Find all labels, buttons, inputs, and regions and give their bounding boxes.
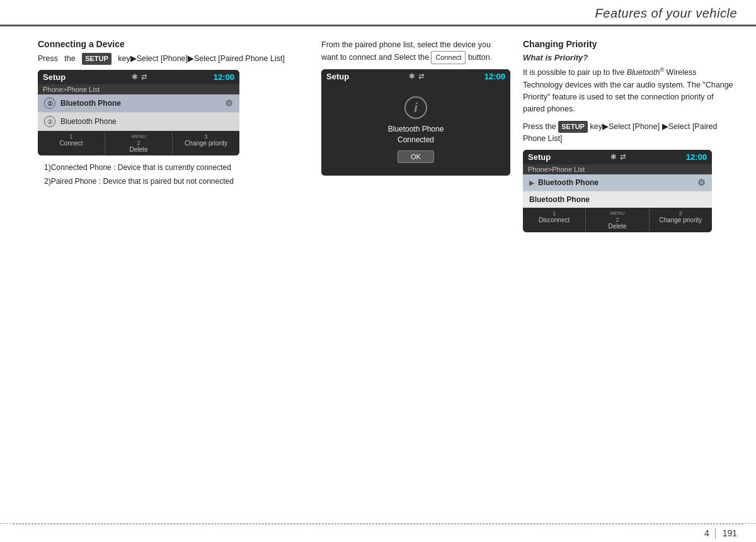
right-section-title: Changing Priority (523, 39, 737, 49)
screen-3-time: 12:00 (686, 152, 707, 162)
screen-1-body: ① Bluetooth Phone ⚙ ② Bluetooth Phone (38, 94, 239, 131)
screen-3-title: Setup (528, 152, 551, 162)
page-header: Features of your vehicle (0, 0, 756, 26)
gear-icon-3: ⚙ (697, 178, 706, 188)
bluetooth-icon-3: ✱ (610, 153, 616, 161)
phone-icon-3: ⇄ (620, 153, 626, 161)
footer-delete-3: MENU 2 Delete (586, 209, 649, 231)
info-icon: i (404, 96, 427, 119)
screen-3-row-1-label: Bluetooth Phone (538, 178, 598, 187)
screen-3-row-1: ▶ Bluetooth Phone ⚙ (523, 174, 712, 191)
note-1: 1)Connected Phone : Device that is curre… (44, 162, 296, 173)
screen-3-row-2-label: Bluetooth Phone (529, 195, 590, 204)
setup-badge-right: SETUP (558, 121, 588, 133)
screen-1-row-2: ② Bluetooth Phone (38, 113, 239, 131)
screen-1-row-2-label: Bluetooth Phone (60, 117, 117, 126)
row-num-1: ① (44, 98, 55, 109)
screen-1-subheader: Phone>Phone List (38, 84, 239, 94)
row-num-2: ② (44, 116, 55, 127)
left-instruction: Press the SETUP key▶Select [Phone]▶Selec… (38, 53, 296, 65)
screen-1: Setup ✱ ⇄ 12:00 Phone>Phone List ① Bluet… (38, 70, 239, 155)
screen-2: Setup ✱ ⇄ 12:00 i Bluetooth Phone Connec… (321, 69, 510, 176)
connected-text: Bluetooth Phone Connected (388, 124, 444, 145)
header-title: Features of your vehicle (595, 6, 737, 21)
page-num: 191 (723, 528, 737, 538)
left-column: Connecting a Device Press the SETUP key▶… (38, 39, 309, 239)
right-body-text: It is possible to pair up to five Blueto… (523, 66, 737, 116)
screen-3-body: ▶ Bluetooth Phone ⚙ Bluetooth Phone (523, 174, 712, 208)
play-icon: ▶ (529, 179, 534, 186)
gear-icon-1: ⚙ (225, 98, 233, 108)
what-is-priority: What is Priority? (523, 53, 737, 62)
middle-column: From the paired phone list, select the d… (309, 39, 510, 239)
footer-connect: 1 Connect (38, 132, 105, 154)
connect-badge: Connect (431, 51, 466, 64)
ok-button[interactable]: OK (398, 150, 434, 163)
right-instruction: Press the SETUP key▶Select [Phone] ▶Sele… (523, 121, 737, 145)
footer-disconnect: 1 Disconnect (523, 209, 586, 231)
footer-content: 4 │ 191 (0, 524, 756, 542)
page-footer: 4 │ 191 (0, 523, 756, 542)
left-notes: 1)Connected Phone : Device that is curre… (38, 162, 296, 187)
screen-3-header: Setup ✱ ⇄ 12:00 (523, 150, 712, 164)
footer-change-priority: 3 Change priority (173, 132, 239, 154)
screen-1-title: Setup (43, 72, 66, 82)
screen-3-footer: 1 Disconnect MENU 2 Delete 3 Change prio… (523, 208, 712, 232)
note-2: 2)Paired Phone : Device that is paired b… (44, 176, 296, 187)
bluetooth-icon-1: ✱ (132, 73, 137, 81)
screen-2-title: Setup (326, 72, 349, 81)
screen-1-row-1-label: Bluetooth Phone (60, 99, 121, 108)
page-number: 4 │ 191 (704, 528, 737, 538)
footer-delete: MENU 2 Delete (105, 132, 173, 154)
screen-1-footer: 1 Connect MENU 2 Delete 3 Change priorit… (38, 131, 239, 155)
screen-3-row-2: Bluetooth Phone (523, 191, 712, 208)
screen-1-row-1: ① Bluetooth Phone ⚙ (38, 94, 239, 113)
left-section-title: Connecting a Device (38, 39, 296, 49)
bluetooth-icon-2: ✱ (409, 72, 415, 81)
footer-change-priority-3: 3 Change priority (650, 209, 712, 231)
section-number: 4 (704, 528, 709, 538)
screen-3-subheader: Phone>Phone List (523, 164, 712, 174)
middle-instruction: From the paired phone list, select the d… (321, 39, 498, 64)
screen-2-body: i Bluetooth Phone Connected OK (321, 84, 510, 176)
phone-icon-1: ⇄ (141, 73, 147, 81)
right-column: Changing Priority What is Priority? It i… (510, 39, 737, 239)
phone-icon-2: ⇄ (418, 72, 424, 81)
screen-3: Setup ✱ ⇄ 12:00 Phone>Phone List ▶ Bluet… (523, 150, 712, 232)
setup-badge-left: SETUP (82, 53, 112, 65)
screen-2-time: 12:00 (484, 72, 505, 81)
main-content: Connecting a Device Press the SETUP key▶… (0, 26, 756, 239)
screen-1-time: 12:00 (214, 72, 234, 82)
screen-1-header: Setup ✱ ⇄ 12:00 (38, 70, 239, 84)
screen-2-header: Setup ✱ ⇄ 12:00 (321, 69, 510, 84)
